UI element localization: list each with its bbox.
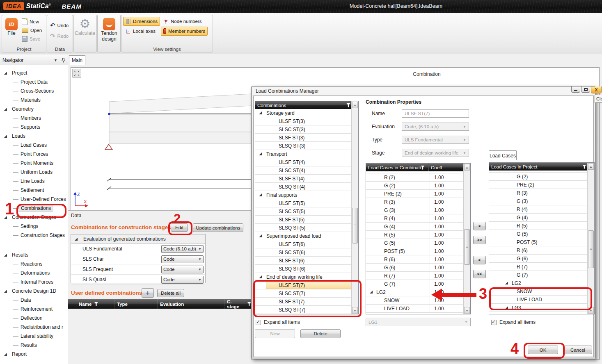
tree-expander-icon[interactable]: [259, 111, 262, 114]
add-case-button[interactable]: >: [473, 222, 486, 230]
navigator-item[interactable]: Project: [0, 68, 68, 77]
evaluation-dropdown[interactable]: Code▼: [161, 255, 204, 263]
delete-all-button[interactable]: Delete all: [157, 289, 184, 297]
evaluation-group-header[interactable]: Evaluation of generated combinations: [71, 234, 205, 244]
expand-all-right[interactable]: Expand all items: [491, 319, 536, 325]
case-in-combination-row[interactable]: LIVE LOAD 1.00: [366, 305, 464, 313]
navigator-item[interactable]: Data: [0, 296, 68, 305]
navigator-item[interactable]: Settings: [0, 222, 68, 231]
table-header-cell[interactable]: C. stage: [224, 299, 251, 309]
navigator-item[interactable]: Construction Stages: [0, 231, 68, 240]
navigator-item[interactable]: Deflection: [0, 314, 68, 323]
scroll-up-button[interactable]: ▲: [464, 164, 470, 171]
remove-all-cases-button[interactable]: <<: [473, 270, 486, 278]
case-in-project-row[interactable]: R (3): [489, 189, 588, 197]
navigator-item[interactable]: Geometry: [0, 105, 68, 114]
navigator-item[interactable]: Combinations: [0, 204, 68, 213]
cases-in-combination-header[interactable]: Load Cases in Combinatio Coeff: [366, 164, 465, 171]
combination-row[interactable]: SLSQ ST(6): [255, 265, 352, 273]
case-in-project-row[interactable]: R (4): [489, 205, 588, 214]
case-in-project-row[interactable]: LIVE LOAD: [489, 296, 588, 304]
case-in-project-row[interactable]: G (4): [489, 214, 588, 222]
navigator-item[interactable]: Point Moments: [0, 159, 68, 168]
navigator-item[interactable]: User-Defined Forces: [0, 195, 68, 204]
name-field[interactable]: ULSF ST(7): [402, 109, 469, 118]
combination-row[interactable]: SLSQ ST(7): [255, 306, 352, 314]
coefficient-cell[interactable]: 1.00: [430, 190, 464, 198]
case-in-project-row[interactable]: R (5): [489, 222, 588, 230]
minimize-button[interactable]: [571, 86, 580, 93]
case-in-combination-row[interactable]: G (7) 1.00: [366, 280, 464, 288]
new-button[interactable]: New: [255, 329, 295, 338]
cancel-button[interactable]: Cancel: [563, 346, 592, 354]
navigator-item[interactable]: Line Loads: [0, 177, 68, 186]
evaluation-dropdown[interactable]: Code▼: [161, 266, 204, 273]
case-in-project-row[interactable]: G (6): [489, 255, 588, 263]
case-in-combination-row[interactable]: G (4) 1.00: [366, 223, 464, 231]
pin-icon[interactable]: [62, 58, 65, 63]
case-in-combination-row[interactable]: R (3) 1.00: [366, 198, 464, 206]
type-select[interactable]: ULS Fundamental▼: [402, 136, 469, 144]
case-in-project-row[interactable]: LG2: [489, 279, 588, 287]
filter-icon[interactable]: [94, 302, 98, 306]
coefficient-cell[interactable]: 1.00: [430, 173, 464, 181]
navigator-item[interactable]: Results: [0, 250, 68, 259]
navigator-item[interactable]: Concrete Design 1D: [0, 287, 68, 296]
combination-row[interactable]: SLSQ ST(4): [255, 183, 352, 191]
case-in-project-row[interactable]: PRE (2): [489, 181, 588, 189]
case-in-combination-row[interactable]: SNOW 1.00: [366, 296, 464, 305]
coefficient-cell[interactable]: 1.00: [430, 239, 464, 247]
scroll-down-button[interactable]: ▼: [352, 307, 358, 314]
case-in-combination-row[interactable]: R (4) 1.00: [366, 214, 464, 223]
evaluation-dropdown[interactable]: Code (6.10 a,b)▼: [161, 245, 204, 253]
case-in-combination-row[interactable]: G (6) 1.00: [366, 264, 464, 272]
coefficient-cell[interactable]: 1.00: [430, 206, 464, 214]
case-in-project-row[interactable]: G (7): [489, 271, 588, 279]
combination-row[interactable]: SLSF ST(5): [255, 216, 352, 224]
case-in-combination-row[interactable]: PRE (2) 1.00: [366, 190, 464, 198]
case-in-combination-row[interactable]: R (5) 1.00: [366, 231, 464, 239]
case-in-combination-row[interactable]: G (5) 1.00: [366, 239, 464, 247]
add-all-cases-button[interactable]: >>: [473, 236, 486, 244]
navigator-item[interactable]: Loads: [0, 132, 68, 141]
navigator-item[interactable]: Lateral stability: [0, 332, 68, 341]
case-in-project-row[interactable]: R (7): [489, 263, 588, 271]
case-in-combination-row[interactable]: R (2) 1.00: [366, 173, 464, 182]
case-in-project-row[interactable]: G (2): [489, 173, 588, 181]
combination-row[interactable]: ULSF ST(7): [255, 281, 352, 289]
combination-row[interactable]: SLSF ST(3): [255, 134, 352, 142]
combination-row[interactable]: SLSF ST(4): [255, 175, 352, 183]
scroll-up-button[interactable]: ▲: [588, 163, 594, 170]
tree-expander-icon[interactable]: [259, 152, 262, 155]
case-in-project-row[interactable]: LG3: [489, 304, 588, 312]
navigator-item[interactable]: Load Cases: [0, 141, 68, 150]
maximize-button[interactable]: [581, 86, 590, 93]
case-in-project-row[interactable]: G (3): [489, 197, 588, 205]
tab-main[interactable]: Main: [69, 55, 85, 65]
case-in-project-row[interactable]: R (6): [489, 246, 588, 255]
tree-expander-icon[interactable]: [259, 275, 262, 278]
coefficient-cell[interactable]: 1.00: [430, 198, 464, 206]
navigator-item[interactable]: Project Data: [0, 77, 68, 86]
canvas-pan-widget[interactable]: [72, 69, 81, 78]
calculate-button[interactable]: ⚙ Calculate: [76, 17, 94, 36]
navigator-item[interactable]: Reinforcement: [0, 305, 68, 314]
filter-icon[interactable]: [582, 165, 586, 169]
navigator-item[interactable]: Members: [0, 114, 68, 123]
cases-in-project-header[interactable]: Load Cases in Project: [489, 163, 588, 171]
case-in-combination-row[interactable]: G (2) 1.00: [366, 182, 464, 190]
filter-icon[interactable]: [346, 103, 350, 107]
new-button[interactable]: New: [22, 18, 39, 25]
tab-load-cases[interactable]: Load Cases: [489, 150, 517, 160]
redo-button[interactable]: ↷Redo: [50, 32, 69, 40]
navigator-dropdown-icon[interactable]: ▼: [54, 58, 57, 62]
delete-button[interactable]: Delete: [300, 329, 341, 338]
tree-expander-icon[interactable]: [4, 353, 7, 356]
combination-row[interactable]: SLSQ ST(3): [255, 142, 352, 150]
edit-button[interactable]: Edit: [171, 223, 188, 232]
combination-row[interactable]: Superimposed dead load: [255, 232, 352, 240]
update-combinations-button[interactable]: Update combinations: [193, 223, 243, 232]
tree-expander-icon[interactable]: [4, 290, 7, 293]
combination-row[interactable]: ULSF ST(4): [255, 158, 352, 166]
save-button[interactable]: Save: [22, 35, 40, 43]
